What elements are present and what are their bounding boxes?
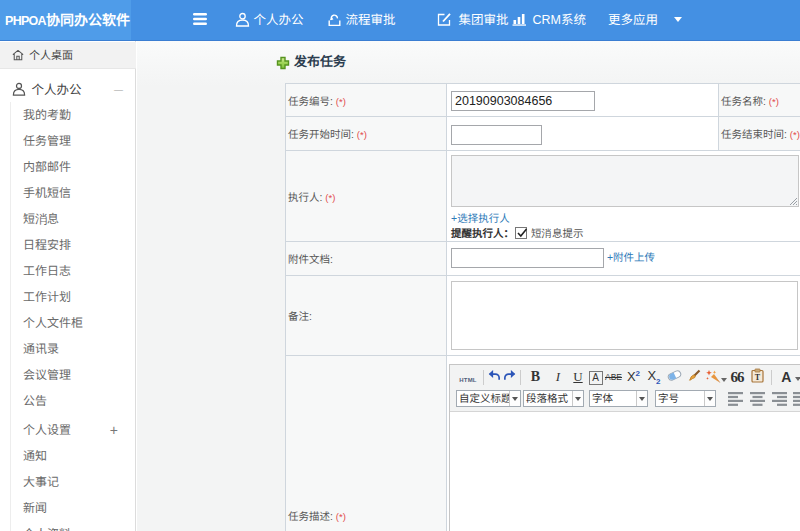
svg-text:T: T <box>754 373 760 382</box>
